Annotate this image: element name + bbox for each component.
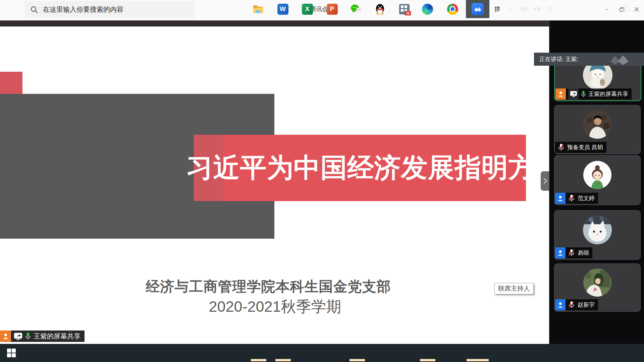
cortana-button[interactable] (199, 0, 215, 18)
participant-tile-fanwenting[interactable]: 范文婷 (554, 155, 641, 205)
participant-name: 易萌 (578, 249, 589, 257)
task-view-icon (229, 4, 239, 14)
participant-tile-yimeng[interactable]: 易萌 (554, 210, 641, 260)
search-icon (30, 6, 38, 14)
sidebar-collapse-button[interactable] (541, 171, 549, 191)
notification-bubble-icon (622, 5, 630, 13)
word-button[interactable]: W (275, 0, 290, 18)
avatar (583, 110, 612, 139)
slide-organization-line: 经济与工商管理学院本科生国金党支部 (121, 277, 416, 296)
wechat-open-indicator (350, 359, 365, 361)
tencent-meeting-window: 腾讯会议 习近平为中国经济发展指明方向 经济与工商管理学院本科生国金党支部 20… (0, 0, 644, 362)
tray-expand-button[interactable] (505, 0, 517, 18)
participant-name: 范文婷 (578, 194, 595, 202)
person-icon (557, 249, 564, 256)
windows-logo-icon (7, 349, 16, 357)
share-pill-bar: 王紫的屏幕共享 (11, 330, 85, 342)
ime-indicator[interactable]: 拼 (492, 0, 502, 18)
qq-button[interactable] (372, 0, 388, 18)
participant-label: 赵新宇 (555, 299, 598, 310)
mic-muted-icon (557, 143, 565, 152)
participant-label: 范文婷 (555, 193, 598, 204)
participant-label: 预备党员 昌韬 (555, 142, 606, 153)
taskbar-clock[interactable]: 21:21 2020/12/18 (552, 0, 594, 18)
screen-share-status-pill: 王紫的屏幕共享 (0, 330, 85, 342)
chrome-button[interactable] (445, 0, 460, 18)
word-icon: W (277, 4, 288, 15)
screen-share-icon (570, 91, 577, 97)
m-tray-button[interactable]: M (597, 0, 611, 18)
member-badge-icon (555, 299, 566, 310)
anime-girl-avatar-image (583, 268, 611, 297)
excel-icon: X (302, 4, 313, 15)
chevron-right-icon (543, 178, 547, 184)
person-icon (557, 301, 564, 308)
tencent-meeting-icon (472, 3, 484, 15)
participant-tile-zhaoxinyu[interactable]: 赵新宇 (554, 263, 641, 312)
mic-muted-icon (568, 301, 575, 309)
file-explorer-button[interactable] (251, 0, 266, 18)
screen-share-icon (14, 333, 22, 340)
speaking-indicator-text: 正在讲话: 王紫; (539, 55, 578, 63)
person-photo-avatar-image (583, 110, 612, 139)
close-icon (634, 7, 639, 12)
word-open-indicator (275, 359, 291, 361)
presentation-top-bar (0, 20, 549, 26)
volume-tray-button[interactable] (531, 0, 543, 18)
wechat-icon (350, 4, 362, 14)
slide-term-line: 2020-2021秋季学期 (168, 297, 382, 317)
taskbar-search[interactable] (25, 1, 194, 18)
participant-name: 预备党员 昌韬 (567, 143, 603, 151)
chrome-icon (447, 4, 458, 15)
mic-muted-icon (568, 194, 575, 202)
person-icon (557, 195, 564, 202)
powerpoint-button[interactable]: P (324, 0, 340, 18)
file-explorer-icon (253, 4, 264, 14)
powerpoint-icon: P (327, 4, 338, 15)
task-view-button[interactable] (226, 0, 241, 18)
avatar (583, 268, 611, 297)
person-icon (557, 90, 564, 98)
cartoon-girl-avatar-image (583, 161, 611, 189)
participant-label: 王紫的屏幕共享 (555, 88, 632, 100)
explorer-open-indicator (251, 359, 266, 361)
battery-icon (520, 7, 529, 11)
member-badge-icon (555, 193, 566, 204)
calendar-icon: 15 (399, 4, 410, 15)
cortana-icon (203, 5, 212, 14)
start-button[interactable] (3, 344, 20, 362)
tencent-meeting-taskbar-button[interactable] (466, 0, 489, 18)
speaking-indicator-banner: 正在讲话: 王紫; (534, 53, 644, 66)
screen-share-chip (568, 88, 579, 100)
excel-button[interactable]: X (300, 0, 315, 18)
action-center-button[interactable] (619, 0, 634, 18)
meeting-open-indicator (467, 359, 489, 361)
mic-muted-icon (568, 249, 575, 257)
speaker-icon (533, 6, 541, 12)
shared-slide: 习近平为中国经济发展指明方向 经济与工商管理学院本科生国金党支部 2020-20… (0, 26, 549, 344)
slide-title-banner: 习近平为中国经济发展指明方向 (194, 135, 526, 201)
host-badge-icon (555, 88, 566, 100)
host-badge-icon (0, 330, 11, 342)
tencent-meeting-watermark-icon (608, 54, 635, 65)
ime-label: 拼 (493, 5, 502, 13)
avatar (583, 216, 612, 244)
battery-tray-button[interactable] (518, 0, 531, 18)
participant-tile-changtao[interactable]: 预备党员 昌韬 (554, 105, 641, 154)
participant-name: 赵新宇 (578, 301, 595, 309)
calendar-badge: 15 (405, 11, 411, 15)
cohost-tooltip: 联席主持人 (494, 283, 534, 294)
share-pill-label: 王紫的屏幕共享 (34, 332, 80, 341)
participant-name: 王紫的屏幕共享 (588, 90, 628, 98)
mic-on-icon (25, 332, 31, 340)
member-badge-icon (555, 247, 566, 258)
wechat-button[interactable] (348, 0, 364, 18)
person-icon (2, 333, 9, 340)
edge-button[interactable] (420, 0, 435, 18)
avatar (583, 161, 611, 189)
qq-penguin-icon (375, 3, 385, 15)
m-logo-icon: M (599, 5, 609, 13)
calendar-app-button[interactable]: 15 (396, 0, 412, 18)
windows-taskbar (0, 344, 644, 362)
search-input[interactable] (42, 5, 188, 14)
